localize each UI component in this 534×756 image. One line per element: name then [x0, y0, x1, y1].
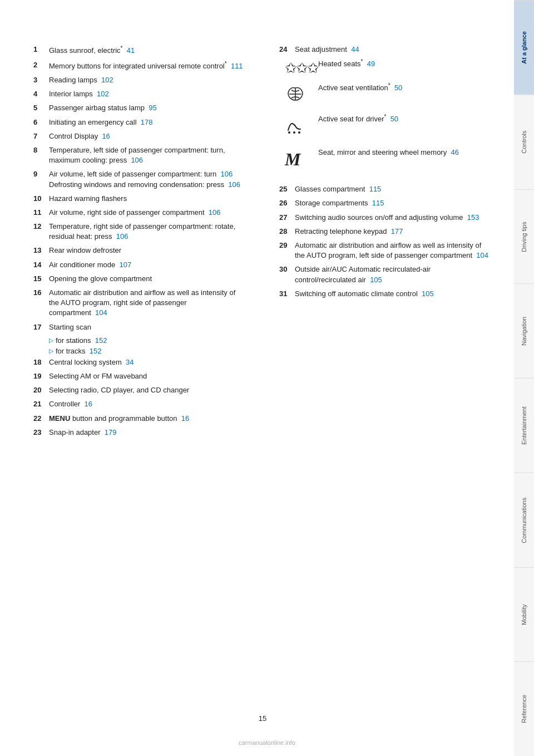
page-link[interactable]: 179: [105, 428, 117, 436]
page-link[interactable]: 152: [95, 336, 107, 345]
list-item: 6 Initiating an emergency call 178: [33, 117, 246, 127]
ventilation-icon: [285, 84, 306, 108]
star-marker: *: [384, 114, 387, 120]
tab-mobility[interactable]: Mobility: [514, 567, 534, 662]
columns: 1 Glass sunroof, electric* 41 2 Memory b…: [33, 45, 492, 703]
item-text: Seat adjustment 44: [295, 45, 492, 55]
item-number: 22: [33, 414, 49, 424]
list-item: 9 Air volume, left side of passenger com…: [33, 169, 246, 189]
item-text: Air volume, right side of passenger comp…: [49, 208, 246, 218]
tab-at-a-glance[interactable]: At a glance: [514, 0, 534, 95]
item-number: 19: [33, 371, 49, 381]
item-number: 27: [279, 213, 295, 223]
tab-navigation[interactable]: Navigation: [514, 283, 534, 378]
item-text: Temperature, right side of passenger com…: [49, 222, 246, 242]
list-item: 19 Selecting AM or FM waveband: [33, 371, 246, 381]
page-link[interactable]: 106: [228, 180, 240, 189]
item-number: 20: [33, 385, 49, 395]
list-item: 8 Temperature, left side of passenger co…: [33, 145, 246, 165]
page-link[interactable]: 178: [141, 118, 153, 126]
page-link[interactable]: 106: [209, 208, 221, 217]
page-link[interactable]: 107: [119, 261, 131, 269]
page-link[interactable]: 177: [391, 227, 403, 235]
icon-cell: [285, 82, 318, 108]
item-number: 8: [33, 145, 49, 165]
page-link[interactable]: 106: [131, 156, 143, 164]
page-link[interactable]: 105: [370, 276, 382, 284]
page-link[interactable]: 106: [221, 170, 233, 178]
page-link[interactable]: 115: [372, 199, 384, 207]
tab-entertainment[interactable]: Entertainment: [514, 378, 534, 473]
star-marker: *: [361, 58, 363, 65]
item-text: Automatic air distribution and airflow a…: [49, 288, 246, 318]
icon-cell: ✩✩✩: [285, 58, 318, 77]
item-text: Selecting AM or FM waveband: [49, 371, 246, 381]
list-item: 17 Starting scan: [33, 322, 246, 332]
item-text: Passenger airbag status lamp 95: [49, 103, 246, 113]
page-link[interactable]: 49: [367, 60, 375, 68]
item-number: 21: [33, 399, 49, 409]
list-item: 16 Automatic air distribution and airflo…: [33, 288, 246, 318]
sidebar: At a glance Controls Driving tips Naviga…: [514, 0, 534, 756]
page-link[interactable]: 16: [181, 414, 189, 423]
item-text: Memory buttons for integrated universal …: [49, 60, 246, 72]
tab-controls[interactable]: Controls: [514, 95, 534, 189]
page-link[interactable]: 46: [451, 148, 458, 156]
tab-reference[interactable]: Reference: [514, 661, 534, 756]
page-link[interactable]: 106: [116, 232, 128, 240]
item-number: 29: [279, 240, 295, 261]
page-link[interactable]: 50: [390, 115, 398, 124]
list-item: 4 Interior lamps 102: [33, 89, 246, 99]
list-item: 23 Snap-in adapter 179: [33, 428, 246, 438]
item-number: 12: [33, 222, 49, 242]
page-link[interactable]: 111: [231, 62, 243, 70]
item-text: Air volume, left side of passenger compa…: [49, 169, 246, 189]
watermark: carmanualonline.info: [239, 739, 295, 746]
icon-item: ✩✩✩ Heated seats* 49: [285, 58, 492, 77]
item-number: 16: [33, 288, 49, 318]
page-link[interactable]: 115: [369, 185, 382, 193]
item-number: 24: [279, 45, 295, 55]
icon-item: Active seat for driver* 50: [285, 114, 492, 139]
list-item: 10 Hazard warning flashers: [33, 194, 246, 204]
item-text: Outside air/AUC Automatic recirculated-a…: [295, 264, 492, 284]
list-item: 15 Opening the glove compartment: [33, 274, 246, 284]
page-link[interactable]: 95: [149, 104, 156, 112]
list-item: 13 Rear window defroster: [33, 246, 246, 256]
page-link[interactable]: 105: [422, 289, 434, 298]
page-link[interactable]: 44: [351, 45, 359, 53]
list-item: 1 Glass sunroof, electric* 41: [33, 45, 246, 56]
item-text: Automatic air distribution and airflow a…: [295, 240, 492, 261]
page-link[interactable]: 152: [90, 347, 102, 355]
tab-driving-tips[interactable]: Driving tips: [514, 189, 534, 284]
active-seat-icon: [285, 115, 306, 139]
item-text: Glasses compartment 115: [295, 184, 492, 194]
list-item: 7 Control Display 16: [33, 131, 246, 141]
list-item: 26 Storage compartments 115: [279, 198, 492, 208]
item-number: 18: [33, 357, 49, 367]
page-link[interactable]: 102: [97, 90, 109, 98]
item-number: 6: [33, 117, 49, 127]
item-text: Glass sunroof, electric* 41: [49, 45, 246, 56]
item-text: Hazard warning flashers: [49, 194, 246, 204]
page-link[interactable]: 41: [127, 46, 135, 55]
list-item: 22 MENU button and programmable button 1…: [33, 414, 246, 424]
page-link[interactable]: 16: [85, 400, 92, 408]
arrow-icon: ▷: [49, 337, 53, 344]
page-link[interactable]: 34: [126, 358, 134, 366]
svg-point-2: [288, 131, 290, 134]
item-text: Rear window defroster: [49, 246, 246, 256]
sub-item: ▷ for tracks 152: [49, 347, 246, 355]
page-link[interactable]: 104: [476, 251, 488, 259]
item-number: 30: [279, 264, 295, 284]
svg-point-4: [293, 131, 295, 134]
page-link[interactable]: 153: [467, 213, 479, 222]
page-link[interactable]: 50: [394, 84, 402, 92]
page-link[interactable]: 104: [95, 308, 107, 317]
item-text: Temperature, left side of passenger comp…: [49, 145, 246, 165]
page-link[interactable]: 102: [101, 76, 113, 84]
tab-communications[interactable]: Communications: [514, 473, 534, 567]
item-text: Snap-in adapter 179: [49, 428, 246, 438]
icon-cell: M: [285, 148, 318, 170]
page-link[interactable]: 16: [102, 132, 110, 140]
